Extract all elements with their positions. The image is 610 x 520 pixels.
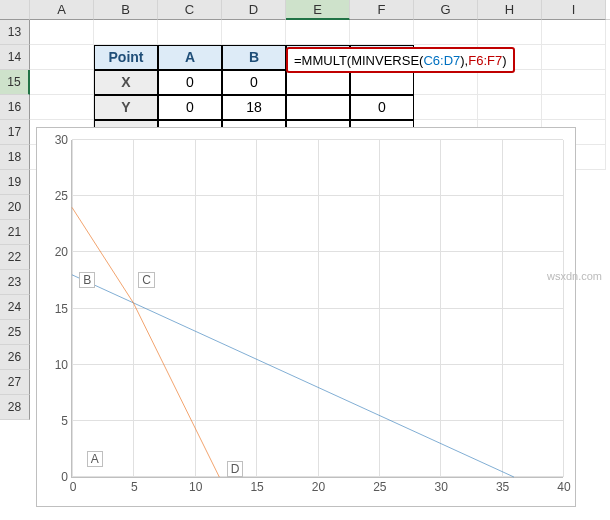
table-cell[interactable]: 0 [222, 70, 286, 95]
cell[interactable] [30, 20, 94, 45]
x-tick: 25 [373, 477, 386, 494]
chart[interactable]: 0 5 10 15 20 25 30 0 5 10 15 20 25 30 35… [36, 127, 576, 507]
column-headers: A B C D E F G H I [0, 0, 610, 20]
row-header[interactable]: 26 [0, 345, 30, 370]
col-header-i[interactable]: I [542, 0, 606, 20]
row-header[interactable]: 15 [0, 70, 30, 95]
table-cell[interactable]: 18 [222, 95, 286, 120]
row-header[interactable]: 17 [0, 120, 30, 145]
cell[interactable] [414, 95, 478, 120]
y-tick: 0 [44, 470, 72, 484]
row-header[interactable]: 24 [0, 295, 30, 320]
cell[interactable] [542, 20, 606, 45]
row-header[interactable]: 25 [0, 320, 30, 345]
cell[interactable] [542, 95, 606, 120]
table-cell[interactable]: 0 [158, 95, 222, 120]
y-tick: 30 [44, 133, 72, 147]
chart-lines [72, 140, 563, 477]
active-cell[interactable] [286, 70, 350, 95]
col-header-d[interactable]: D [222, 0, 286, 20]
row-header[interactable]: 19 [0, 170, 30, 195]
cell[interactable] [478, 70, 542, 95]
x-tick: 35 [496, 477, 509, 494]
cell[interactable] [542, 45, 606, 70]
y-tick: 10 [44, 358, 72, 372]
row-headers: 13 14 15 16 17 18 19 20 21 22 23 24 25 2… [0, 20, 30, 420]
row-header[interactable]: 28 [0, 395, 30, 420]
table-cell[interactable]: 0 [158, 70, 222, 95]
cell[interactable] [30, 45, 94, 70]
point-label-a: A [87, 451, 103, 467]
row-header[interactable]: 20 [0, 195, 30, 220]
cell[interactable] [158, 20, 222, 45]
table-cell[interactable] [286, 95, 350, 120]
plot-area: 0 5 10 15 20 25 30 0 5 10 15 20 25 30 35… [71, 140, 563, 478]
col-header-e[interactable]: E [286, 0, 350, 20]
col-header-g[interactable]: G [414, 0, 478, 20]
formula-text: ) [502, 53, 506, 68]
cell[interactable] [350, 20, 414, 45]
x-tick: 30 [435, 477, 448, 494]
x-tick: 0 [70, 477, 77, 494]
cell[interactable] [478, 20, 542, 45]
row-header[interactable]: 14 [0, 45, 30, 70]
cell[interactable] [478, 95, 542, 120]
row-header[interactable]: 21 [0, 220, 30, 245]
watermark: wsxdn.com [547, 270, 602, 282]
x-tick: 20 [312, 477, 325, 494]
table-header-point[interactable]: Point [94, 45, 158, 70]
table-cell[interactable]: 0 [350, 95, 414, 120]
formula-text: =MMULT(MINVERSE( [294, 53, 423, 68]
x-tick: 40 [557, 477, 570, 494]
row-header[interactable]: 23 [0, 270, 30, 295]
formula-overlay: =MMULT(MINVERSE(C6:D7),F6:F7) [286, 47, 515, 73]
col-header-h[interactable]: H [478, 0, 542, 20]
select-all-corner[interactable] [0, 0, 30, 20]
point-label-c: C [138, 272, 155, 288]
point-label-d: D [227, 461, 244, 477]
table-header-a[interactable]: A [158, 45, 222, 70]
x-tick: 10 [189, 477, 202, 494]
row-header[interactable]: 22 [0, 245, 30, 270]
y-tick: 20 [44, 245, 72, 259]
cell[interactable] [414, 70, 478, 95]
row-header[interactable]: 16 [0, 95, 30, 120]
cell[interactable] [286, 20, 350, 45]
point-label-b: B [79, 272, 95, 288]
cell[interactable] [542, 70, 606, 95]
cell[interactable] [414, 20, 478, 45]
col-header-b[interactable]: B [94, 0, 158, 20]
y-tick: 5 [44, 414, 72, 428]
row-header[interactable]: 18 [0, 145, 30, 170]
cell[interactable] [30, 95, 94, 120]
row-header[interactable]: 13 [0, 20, 30, 45]
cell[interactable] [94, 20, 158, 45]
formula-arg1: C6:D7 [423, 53, 460, 68]
table-header-b[interactable]: B [222, 45, 286, 70]
table-cell[interactable] [350, 70, 414, 95]
row-header[interactable]: 27 [0, 370, 30, 395]
spreadsheet: A B C D E F G H I 13 14 15 16 17 18 19 2… [0, 0, 610, 520]
table-row-label[interactable]: Y [94, 95, 158, 120]
y-tick: 25 [44, 189, 72, 203]
cell[interactable] [30, 70, 94, 95]
x-tick: 5 [131, 477, 138, 494]
col-header-f[interactable]: F [350, 0, 414, 20]
cell[interactable] [222, 20, 286, 45]
formula-arg2: F6:F7 [468, 53, 502, 68]
y-tick: 15 [44, 302, 72, 316]
x-tick: 15 [250, 477, 263, 494]
col-header-a[interactable]: A [30, 0, 94, 20]
col-header-c[interactable]: C [158, 0, 222, 20]
table-row-label[interactable]: X [94, 70, 158, 95]
